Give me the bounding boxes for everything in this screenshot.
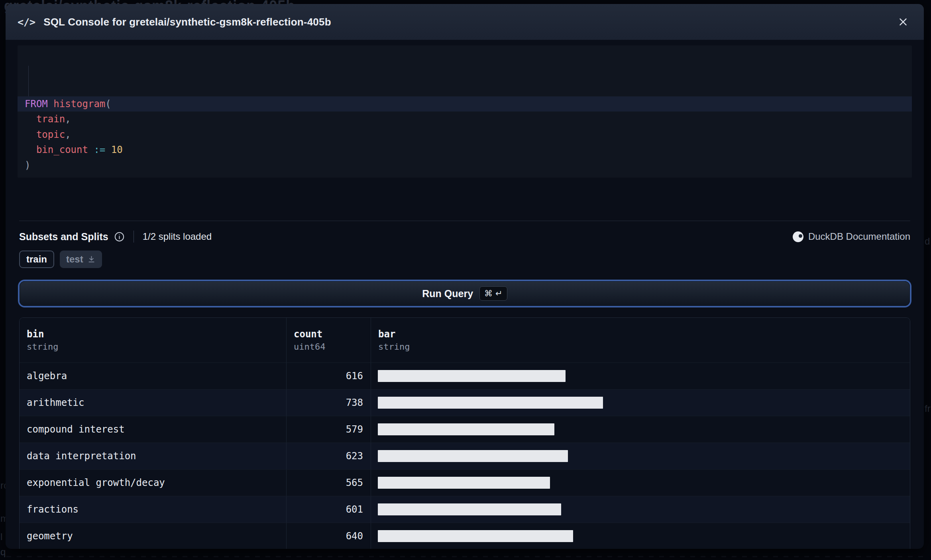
table-row: exponential growth/decay565	[20, 469, 910, 496]
duckdb-docs-link[interactable]: DuckDB Documentation	[793, 231, 910, 242]
sql-editor[interactable]: FROM histogram( train, topic, bin_count …	[18, 45, 912, 178]
histogram-bar	[378, 503, 561, 515]
split-pill-train[interactable]: train	[19, 251, 54, 268]
column-type: string	[27, 342, 286, 352]
column-name: bin	[27, 329, 286, 340]
splits-status: 1/2 splits loaded	[143, 231, 212, 242]
cell-bin: arithmetic	[20, 390, 287, 416]
run-query-label: Run Query	[422, 288, 473, 300]
cell-bar	[371, 496, 910, 523]
info-icon[interactable]	[114, 231, 125, 242]
table-row: geometry640	[20, 523, 910, 549]
close-button[interactable]	[894, 13, 912, 31]
subsets-heading: Subsets and Splits	[19, 231, 108, 243]
background-dotted-line	[6, 556, 925, 557]
histogram-bar	[378, 370, 566, 382]
cell-count: 640	[287, 523, 371, 549]
code-icon: </>	[18, 16, 35, 28]
cell-count: 623	[287, 443, 371, 469]
cell-bar	[371, 523, 910, 549]
column-name: bar	[378, 329, 910, 340]
cell-count: 579	[287, 416, 371, 443]
cell-bar	[371, 443, 910, 469]
cell-bin: exponential growth/decay	[20, 470, 287, 496]
table-row: arithmetic738	[20, 389, 910, 416]
cell-bin: compound interest	[20, 416, 287, 443]
return-icon: ↵	[495, 289, 503, 298]
vertical-divider	[134, 231, 134, 243]
duckdb-icon	[793, 231, 803, 242]
cell-bar	[371, 470, 910, 496]
histogram-bar	[378, 423, 554, 435]
download-icon	[87, 255, 96, 264]
modal-title: SQL Console for gretelai/synthetic-gsm8k…	[43, 16, 886, 28]
split-label: test	[66, 254, 83, 265]
cell-bin: algebra	[20, 363, 287, 389]
run-query-button[interactable]: Run Query ⌘ ↵	[20, 281, 910, 306]
code-line: )	[25, 158, 905, 173]
table-row: compound interest579	[20, 416, 910, 443]
cell-count: 565	[287, 470, 371, 496]
cell-count: 601	[287, 496, 371, 523]
duckdb-docs-label: DuckDB Documentation	[808, 231, 910, 242]
section-divider	[19, 221, 910, 221]
cell-bar	[371, 416, 910, 443]
column-type: string	[378, 342, 910, 352]
cell-bin: geometry	[20, 523, 287, 549]
code-line: train,	[25, 112, 905, 127]
code-line: FROM histogram(	[25, 96, 905, 112]
close-icon	[898, 17, 908, 27]
cell-bar	[371, 363, 910, 389]
cell-count: 738	[287, 390, 371, 416]
background-text-fragment: l	[0, 531, 2, 542]
modal-header: </> SQL Console for gretelai/synthetic-g…	[6, 4, 924, 40]
cell-bin: fractions	[20, 496, 287, 523]
column-header-bin[interactable]: bin string	[20, 318, 287, 362]
sql-console-modal: </> SQL Console for gretelai/synthetic-g…	[6, 4, 924, 549]
column-name: count	[294, 329, 371, 340]
split-pill-test[interactable]: test	[60, 251, 102, 268]
code-line: bin_count := 10	[25, 142, 905, 158]
histogram-bar	[378, 450, 568, 462]
background-text-fragment: d	[925, 236, 930, 247]
cell-count: 616	[287, 363, 371, 389]
results-panel: bin string count uint64 bar string algeb…	[19, 317, 910, 549]
table-row: algebra616	[20, 362, 910, 389]
code-line: topic,	[25, 127, 905, 143]
histogram-bar	[378, 477, 550, 489]
histogram-bar	[378, 397, 603, 409]
histogram-bar	[378, 530, 573, 542]
keyboard-shortcut-badge: ⌘ ↵	[479, 286, 507, 301]
split-label: train	[26, 254, 47, 265]
cell-bar	[371, 390, 910, 416]
table-row: fractions601	[20, 496, 910, 523]
command-icon: ⌘	[484, 289, 493, 298]
background-text-fragment: q	[0, 546, 6, 558]
column-type: uint64	[294, 342, 371, 352]
table-row: data interpretation623	[20, 443, 910, 469]
table-header-row: bin string count uint64 bar string	[20, 318, 910, 362]
background-text-fragment: fr	[925, 403, 931, 414]
cell-bin: data interpretation	[20, 443, 287, 469]
column-header-count[interactable]: count uint64	[287, 318, 371, 362]
column-header-bar[interactable]: bar string	[371, 318, 910, 362]
